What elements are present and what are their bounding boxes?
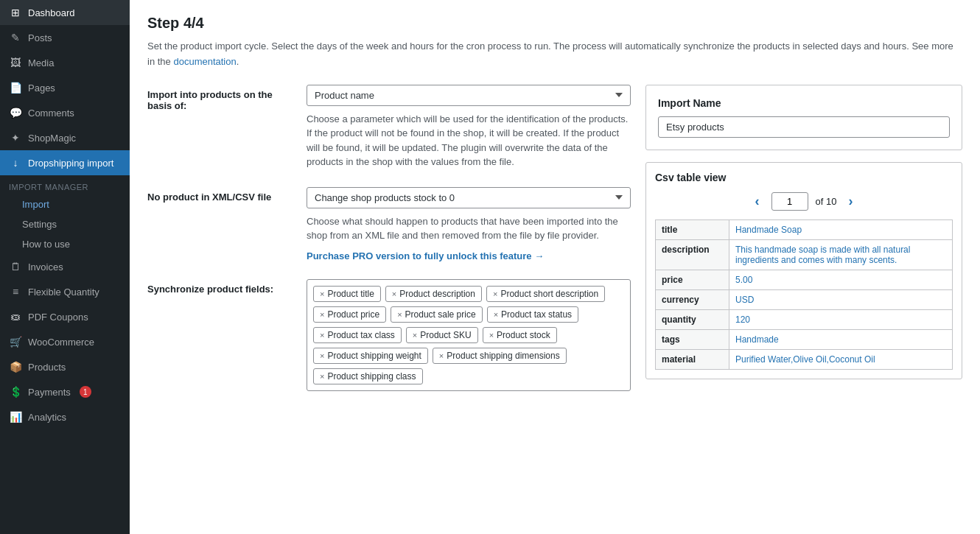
- tag-remove-icon[interactable]: ×: [397, 310, 402, 319]
- sidebar-item-pages[interactable]: 📄 Pages: [0, 75, 130, 100]
- sidebar-item-label: Comments: [28, 108, 74, 119]
- sidebar-subitem-import[interactable]: Import: [0, 194, 130, 214]
- sidebar-item-dropshipping[interactable]: ↓ Dropshipping import: [0, 150, 130, 175]
- sidebar-item-label: Dropshipping import: [28, 158, 113, 169]
- page-input[interactable]: [771, 192, 808, 211]
- table-value: Handmade Soap: [729, 219, 953, 239]
- csv-table-box: Csv table view ‹ of 10 › title Handmade …: [645, 162, 962, 379]
- no-product-help: Choose what should happen to products th…: [307, 214, 631, 243]
- sidebar-item-label: Pages: [28, 82, 55, 94]
- tag-remove-icon[interactable]: ×: [320, 310, 324, 319]
- tag-remove-icon[interactable]: ×: [413, 331, 417, 340]
- posts-icon: ✎: [9, 31, 22, 44]
- sidebar-item-label: Invoices: [28, 261, 63, 273]
- sidebar-item-dashboard[interactable]: ⊞ Dashboard: [0, 0, 130, 25]
- left-panel: Import into products on the basis of: Pr…: [147, 85, 631, 409]
- table-value: Purified Water,Olive Oil,Coconut Oil: [729, 349, 953, 369]
- table-value: Handmade: [729, 329, 953, 349]
- sync-tags-container: × Product title× Product description× Pr…: [307, 279, 631, 391]
- csv-pagination: ‹ of 10 ›: [655, 192, 953, 211]
- sidebar-subitem-how-to-use[interactable]: How to use: [0, 234, 130, 254]
- sync-tag[interactable]: × Product shipping dimensions: [433, 348, 567, 364]
- content-row: Import into products on the basis of: Pr…: [147, 85, 962, 409]
- table-row: title Handmade Soap: [656, 219, 953, 239]
- no-product-select[interactable]: Change shop products stock to 0: [307, 187, 631, 208]
- table-value: This handmade soap is made with all natu…: [729, 239, 953, 270]
- sidebar-item-flexible-qty[interactable]: ≡ Flexible Quantity: [0, 279, 130, 304]
- analytics-icon: 📊: [9, 410, 22, 424]
- payments-badge: 1: [80, 386, 91, 398]
- sidebar-item-pdf-coupons[interactable]: 🎟 PDF Coupons: [0, 304, 130, 329]
- sidebar-subitem-settings[interactable]: Settings: [0, 214, 130, 234]
- promo-link[interactable]: Purchase PRO version to fully unlock thi…: [307, 250, 544, 261]
- sync-tag[interactable]: × Product SKU: [406, 327, 478, 343]
- next-page-button[interactable]: ›: [844, 192, 857, 211]
- import-basis-control: Product name Choose a parameter which wi…: [307, 85, 631, 169]
- sidebar-item-products[interactable]: 📦 Products: [0, 354, 130, 379]
- sidebar-item-comments[interactable]: 💬 Comments: [0, 100, 130, 125]
- table-row: quantity 120: [656, 309, 953, 329]
- tag-remove-icon[interactable]: ×: [320, 289, 324, 298]
- table-key: material: [656, 349, 729, 369]
- prev-page-button[interactable]: ‹: [751, 192, 764, 211]
- import-basis-select[interactable]: Product name: [307, 85, 631, 106]
- sync-tag[interactable]: × Product description: [385, 286, 482, 302]
- table-row: tags Handmade: [656, 329, 953, 349]
- sync-tag[interactable]: × Product shipping weight: [313, 348, 428, 364]
- sidebar-item-analytics[interactable]: 📊 Analytics: [0, 404, 130, 429]
- sidebar-item-payments[interactable]: 💲 Payments 1: [0, 379, 130, 404]
- documentation-link[interactable]: documentation: [173, 56, 236, 67]
- page-of: of 10: [816, 196, 837, 207]
- table-row: currency USD: [656, 289, 953, 309]
- tag-remove-icon[interactable]: ×: [489, 331, 494, 340]
- step-description: Set the product import cycle. Select the…: [147, 39, 962, 70]
- table-row: material Purified Water,Olive Oil,Coconu…: [656, 349, 953, 369]
- dropshipping-icon: ↓: [9, 156, 22, 169]
- payments-icon: 💲: [9, 385, 22, 398]
- sync-tag[interactable]: × Product shipping class: [313, 368, 423, 384]
- invoices-icon: 🗒: [9, 260, 22, 273]
- tag-remove-icon[interactable]: ×: [320, 351, 324, 360]
- dashboard-icon: ⊞: [9, 6, 22, 19]
- sync-tag[interactable]: × Product price: [313, 306, 386, 323]
- sync-label: Synchronize product fields:: [147, 279, 295, 295]
- sync-tag[interactable]: × Product title: [313, 286, 381, 302]
- sidebar-item-label: Payments: [28, 387, 71, 398]
- csv-data-table: title Handmade Soap description This han…: [655, 219, 953, 370]
- import-basis-help: Choose a parameter which will be used fo…: [307, 112, 631, 169]
- tag-remove-icon[interactable]: ×: [493, 289, 497, 298]
- sync-tag[interactable]: × Product sale price: [391, 306, 482, 323]
- sidebar-item-posts[interactable]: ✎ Posts: [0, 25, 130, 50]
- sync-tag[interactable]: × Product tax status: [487, 306, 578, 323]
- sidebar-item-label: Posts: [28, 32, 52, 43]
- tag-remove-icon[interactable]: ×: [439, 351, 444, 360]
- form-row-no-product: No product in XML/CSV file Change shop p…: [147, 187, 631, 261]
- sync-tag[interactable]: × Product tax class: [313, 327, 402, 343]
- pdf-coupons-icon: 🎟: [9, 310, 22, 323]
- sidebar-item-invoices[interactable]: 🗒 Invoices: [0, 254, 130, 279]
- tag-remove-icon[interactable]: ×: [320, 331, 324, 340]
- tag-remove-icon[interactable]: ×: [494, 310, 498, 319]
- sidebar-item-label: Products: [28, 362, 66, 373]
- sync-tag[interactable]: × Product stock: [483, 327, 557, 343]
- table-value: 5.00: [729, 270, 953, 289]
- sidebar-item-label: Dashboard: [28, 7, 75, 18]
- sidebar-item-label: ShopMagic: [28, 133, 76, 144]
- form-row-import-basis: Import into products on the basis of: Pr…: [147, 85, 631, 169]
- import-name-input[interactable]: [658, 116, 950, 138]
- tag-remove-icon[interactable]: ×: [320, 372, 324, 381]
- table-row: description This handmade soap is made w…: [656, 239, 953, 270]
- sidebar-item-woocommerce[interactable]: 🛒 WooCommerce: [0, 329, 130, 354]
- tag-remove-icon[interactable]: ×: [392, 289, 396, 298]
- sync-control: × Product title× Product description× Pr…: [307, 279, 631, 391]
- sidebar-item-label: Media: [28, 57, 54, 68]
- comments-icon: 💬: [9, 106, 22, 119]
- sidebar-item-media[interactable]: 🖼 Media: [0, 50, 130, 75]
- sidebar-item-shopmagic[interactable]: ✦ ShopMagic: [0, 125, 130, 150]
- sync-tag[interactable]: × Product short description: [486, 286, 605, 302]
- sidebar: ⊞ Dashboard ✎ Posts 🖼 Media 📄 Pages 💬 Co…: [0, 0, 130, 534]
- products-icon: 📦: [9, 360, 22, 373]
- sidebar-item-label: Flexible Quantity: [28, 287, 99, 298]
- import-basis-label: Import into products on the basis of:: [147, 85, 295, 111]
- shopmagic-icon: ✦: [9, 131, 22, 144]
